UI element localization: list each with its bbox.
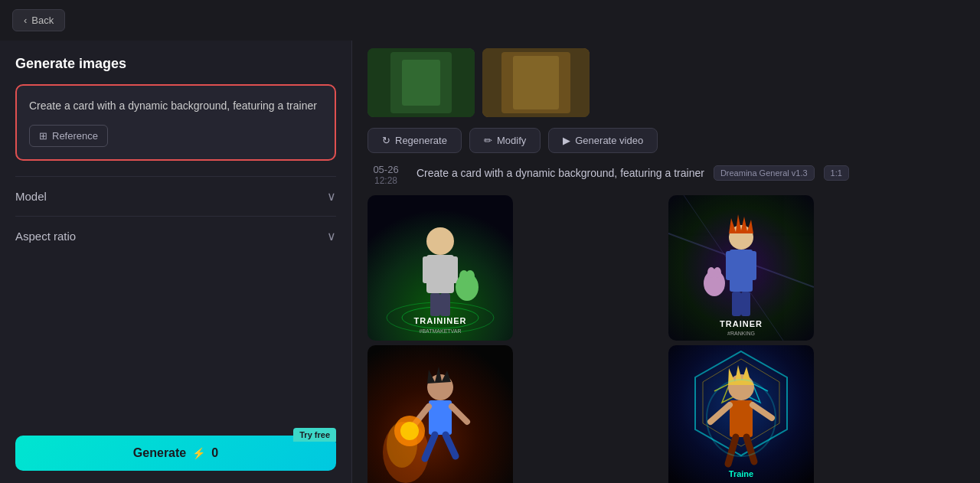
left-panel: Generate images Create a card with a dyn…: [0, 41, 352, 483]
ratio-badge: 1:1: [824, 165, 849, 181]
generate-bar: Try free Generate ⚡ 0: [15, 425, 336, 483]
chevron-down-icon-2: ∨: [327, 229, 336, 243]
svg-rect-13: [430, 293, 440, 316]
trainer-2-svg: TRAINER #RANKING: [668, 195, 814, 341]
reference-icon: ⊞: [39, 130, 47, 142]
model-section[interactable]: Model ∨: [15, 176, 336, 216]
chevron-left-icon: ‹: [24, 15, 27, 26]
panel-title: Generate images: [15, 56, 336, 72]
entry-header: 05-26 12:28 Create a card with a dynamic…: [368, 164, 965, 186]
svg-rect-49: [730, 400, 753, 437]
grid-cell-4[interactable]: Traine: [668, 345, 814, 483]
modify-icon-top: ✏: [484, 135, 492, 146]
reference-label: Reference: [52, 130, 98, 142]
main-layout: Generate images Create a card with a dyn…: [0, 41, 980, 483]
aspect-ratio-label: Aspect ratio: [15, 230, 76, 243]
aspect-ratio-section[interactable]: Aspect ratio ∨: [15, 216, 336, 256]
svg-rect-38: [429, 400, 452, 435]
modify-button-top[interactable]: ✏ Modify: [469, 128, 541, 153]
topbar: ‹ Back: [0, 0, 980, 41]
trainer-3-svg: [368, 345, 513, 483]
top-action-row: ↻ Regenerate ✏ Modify ▶ Generate video: [368, 128, 965, 153]
svg-point-9: [426, 227, 454, 255]
strip-image-2-svg: [482, 48, 590, 117]
right-panel: ↻ Regenerate ✏ Modify ▶ Generate video 0…: [352, 41, 980, 483]
svg-rect-12: [449, 256, 458, 283]
generate-count: 0: [211, 446, 218, 460]
svg-point-17: [466, 270, 475, 282]
bolt-icon: ⚡: [192, 447, 205, 459]
try-free-badge: Try free: [293, 428, 336, 442]
entry-date: 05-26: [373, 164, 398, 175]
svg-text:#BATMAKETVAR: #BATMAKETVAR: [420, 328, 462, 334]
back-button[interactable]: ‹ Back: [12, 9, 65, 31]
svg-point-44: [400, 422, 419, 440]
svg-rect-14: [440, 293, 450, 316]
reference-button[interactable]: ⊞ Reference: [29, 125, 108, 147]
strip-image-2[interactable]: [482, 48, 590, 117]
back-label: Back: [31, 15, 54, 26]
svg-rect-2: [402, 60, 440, 106]
regenerate-icon-top: ↻: [382, 135, 390, 146]
image-grid: TRAININER #BATMAKETVAR: [368, 195, 965, 483]
trainer-1-svg: TRAININER #BATMAKETVAR: [368, 195, 513, 341]
model-label: Model: [15, 190, 47, 203]
trainer-4-svg: Traine: [668, 345, 814, 483]
svg-text:Traine: Traine: [729, 469, 753, 478]
video-icon-top: ▶: [563, 135, 570, 146]
svg-rect-11: [423, 256, 432, 283]
prompt-box: Create a card with a dynamic background,…: [15, 84, 336, 161]
svg-text:TRAININER: TRAININER: [414, 316, 467, 325]
strip-image-1-svg: [368, 48, 475, 117]
chevron-down-icon: ∨: [327, 189, 336, 204]
generate-label: Generate: [133, 446, 186, 460]
generate-button[interactable]: Generate ⚡ 0: [15, 436, 336, 471]
top-strip: [368, 41, 965, 128]
generate-video-label-top: Generate video: [575, 135, 643, 146]
grid-cell-2[interactable]: TRAINER #RANKING: [668, 195, 814, 341]
entry-datetime: 05-26 12:28: [368, 164, 404, 186]
regenerate-button-top[interactable]: ↻ Regenerate: [368, 128, 462, 153]
svg-rect-28: [741, 292, 750, 316]
grid-cell-1[interactable]: TRAININER #BATMAKETVAR: [368, 195, 513, 341]
entry-time: 12:28: [374, 175, 397, 186]
generate-video-button-top[interactable]: ▶ Generate video: [548, 128, 658, 153]
svg-text:TRAINER: TRAINER: [720, 319, 763, 328]
svg-rect-27: [732, 292, 741, 316]
entry-prompt: Create a card with a dynamic background,…: [416, 167, 704, 179]
grid-cell-3[interactable]: [368, 345, 513, 483]
svg-rect-5: [513, 56, 559, 109]
svg-text:#RANKING: #RANKING: [727, 331, 755, 336]
svg-rect-25: [726, 251, 733, 280]
strip-image-1[interactable]: [368, 48, 475, 117]
svg-point-31: [714, 267, 721, 278]
modify-label-top: Modify: [497, 135, 526, 146]
regenerate-label-top: Regenerate: [395, 135, 447, 146]
prompt-text: Create a card with a dynamic background,…: [29, 98, 322, 114]
svg-rect-26: [749, 251, 756, 280]
entry-info: Create a card with a dynamic background,…: [416, 164, 849, 181]
model-badge: Dreamina General v1.3: [714, 165, 815, 181]
